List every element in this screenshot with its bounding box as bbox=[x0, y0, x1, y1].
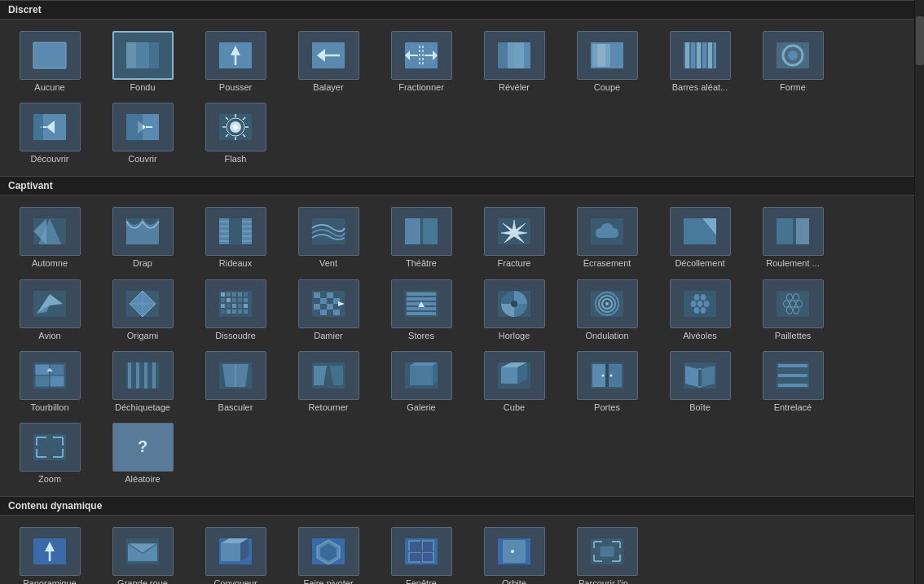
item-vent[interactable]: Vent bbox=[284, 205, 373, 270]
item-origami[interactable]: Origami bbox=[98, 278, 187, 343]
item-basculer[interactable]: Basculer bbox=[191, 349, 280, 415]
section-captivant-content: Automne Drap bbox=[0, 195, 924, 496]
icon-parcourir bbox=[577, 527, 638, 576]
label-cube: Cube bbox=[504, 402, 525, 413]
svg-rect-124 bbox=[320, 310, 327, 315]
icon-alveoles bbox=[670, 279, 731, 328]
label-entrelace: Entrelacé bbox=[774, 402, 812, 413]
scrollbar-thumb[interactable] bbox=[916, 16, 924, 65]
svg-rect-18 bbox=[508, 42, 524, 68]
item-reveler[interactable]: Révéler bbox=[469, 29, 559, 94]
svg-point-193 bbox=[610, 374, 613, 376]
item-aucune[interactable]: Aucune bbox=[5, 29, 95, 94]
svg-rect-91 bbox=[227, 292, 231, 296]
item-rideaux[interactable]: Rideaux bbox=[191, 205, 280, 270]
item-roulement[interactable]: Roulement ... bbox=[748, 205, 838, 270]
item-retourner[interactable]: Retourner bbox=[284, 349, 373, 415]
icon-ecrasement bbox=[577, 207, 638, 256]
svg-rect-119 bbox=[314, 304, 320, 310]
item-horloge[interactable]: Horloge bbox=[469, 278, 559, 343]
icon-basculer bbox=[205, 351, 266, 400]
svg-rect-96 bbox=[227, 298, 231, 302]
icon-dechiquetage bbox=[112, 351, 174, 400]
label-fondu: Fondu bbox=[130, 82, 155, 93]
label-portes: Portes bbox=[594, 402, 620, 413]
svg-rect-26 bbox=[702, 42, 706, 68]
item-tourbillon[interactable]: Tourbillon bbox=[5, 349, 95, 415]
scrollbar[interactable] bbox=[914, 0, 924, 584]
item-entrelace[interactable]: Entrelacé bbox=[748, 349, 838, 415]
icon-aleatoire: ? bbox=[112, 423, 174, 472]
svg-rect-111 bbox=[314, 292, 320, 298]
item-dissoudre[interactable]: Dissoudre bbox=[191, 278, 280, 343]
item-pousser[interactable]: Pousser bbox=[191, 29, 280, 94]
item-alveoles[interactable]: Alvéoles bbox=[655, 278, 745, 343]
svg-rect-181 bbox=[410, 366, 433, 385]
icon-couvrir bbox=[112, 103, 174, 151]
item-balayer[interactable]: Balayer bbox=[284, 29, 373, 94]
item-paillettes[interactable]: Paillettes bbox=[748, 278, 838, 343]
item-zoom[interactable]: Zoom bbox=[5, 421, 95, 486]
icon-convoyeur bbox=[205, 527, 266, 576]
label-drap: Drap bbox=[133, 258, 152, 269]
item-galerie[interactable]: Galerie bbox=[376, 349, 466, 415]
svg-rect-2 bbox=[136, 42, 159, 68]
item-forme[interactable]: Forme bbox=[748, 29, 838, 94]
item-dechiquetage[interactable]: Déchiquetage bbox=[98, 349, 187, 415]
item-decollement[interactable]: Décollement bbox=[655, 205, 745, 270]
svg-rect-133 bbox=[407, 307, 436, 310]
item-damier[interactable]: Damier bbox=[284, 278, 373, 343]
item-automne[interactable]: Automne bbox=[5, 205, 95, 270]
item-ondulation[interactable]: Ondulation bbox=[562, 278, 652, 343]
item-faire-pivoter[interactable]: Faire pivoter bbox=[284, 525, 373, 584]
item-avion[interactable]: Avion bbox=[5, 278, 95, 343]
item-boite[interactable]: Boîte bbox=[655, 349, 745, 415]
item-fractionner[interactable]: Fractionner bbox=[376, 29, 466, 94]
svg-rect-115 bbox=[314, 298, 320, 304]
item-couvrir[interactable]: Couvrir bbox=[98, 101, 187, 166]
svg-rect-21 bbox=[597, 44, 605, 67]
svg-rect-168 bbox=[136, 362, 139, 389]
item-barres[interactable]: Barres aléat... bbox=[655, 29, 745, 94]
icon-fondu bbox=[112, 31, 174, 80]
svg-point-192 bbox=[602, 374, 605, 376]
label-basculer: Basculer bbox=[218, 402, 253, 413]
section-discret-content: Aucune Fondu Pousser bbox=[0, 20, 924, 176]
item-parcourir[interactable]: Parcourir l'in... bbox=[562, 525, 652, 584]
item-coupe[interactable]: Coupe bbox=[562, 29, 652, 94]
item-stores[interactable]: Stores bbox=[376, 278, 466, 343]
svg-rect-81 bbox=[796, 218, 809, 244]
item-fenetre[interactable]: Fenêtre bbox=[376, 525, 466, 584]
item-flash[interactable]: Flash bbox=[191, 101, 280, 166]
item-convoyeur[interactable]: Convoyeur bbox=[191, 525, 280, 584]
icon-cube bbox=[484, 351, 545, 400]
svg-rect-114 bbox=[333, 292, 340, 298]
svg-rect-71 bbox=[405, 218, 420, 244]
svg-rect-109 bbox=[244, 310, 248, 314]
item-cube[interactable]: Cube bbox=[469, 349, 559, 415]
item-ecrasement[interactable]: Écrasement bbox=[562, 205, 652, 270]
svg-rect-112 bbox=[320, 292, 327, 298]
svg-marker-195 bbox=[685, 366, 698, 387]
svg-rect-39 bbox=[126, 114, 143, 140]
item-drap[interactable]: Drap bbox=[98, 205, 187, 270]
item-panoramique[interactable]: Panoramique bbox=[5, 525, 95, 584]
svg-rect-163 bbox=[50, 375, 64, 387]
item-decouvrir[interactable]: Découvrir bbox=[5, 101, 95, 166]
item-aleatoire[interactable]: ? Aléatoire bbox=[98, 421, 187, 486]
item-theatre[interactable]: Théâtre bbox=[376, 205, 466, 270]
item-fracture[interactable]: Fracture bbox=[469, 205, 559, 270]
label-automne: Automne bbox=[32, 258, 68, 269]
label-theatre: Théâtre bbox=[406, 258, 437, 269]
svg-rect-98 bbox=[238, 298, 242, 302]
item-portes[interactable]: Portes bbox=[562, 349, 652, 415]
label-retourner: Retourner bbox=[309, 402, 349, 413]
icon-damier bbox=[298, 279, 359, 328]
item-orbite[interactable]: Orbite bbox=[469, 525, 559, 584]
svg-rect-160 bbox=[35, 364, 50, 375]
item-fondu[interactable]: Fondu bbox=[98, 29, 187, 94]
item-grande-roue[interactable]: Grande roue bbox=[98, 525, 187, 584]
icon-reveler bbox=[484, 31, 545, 80]
icon-fracture bbox=[484, 207, 545, 256]
svg-rect-202 bbox=[778, 374, 807, 377]
